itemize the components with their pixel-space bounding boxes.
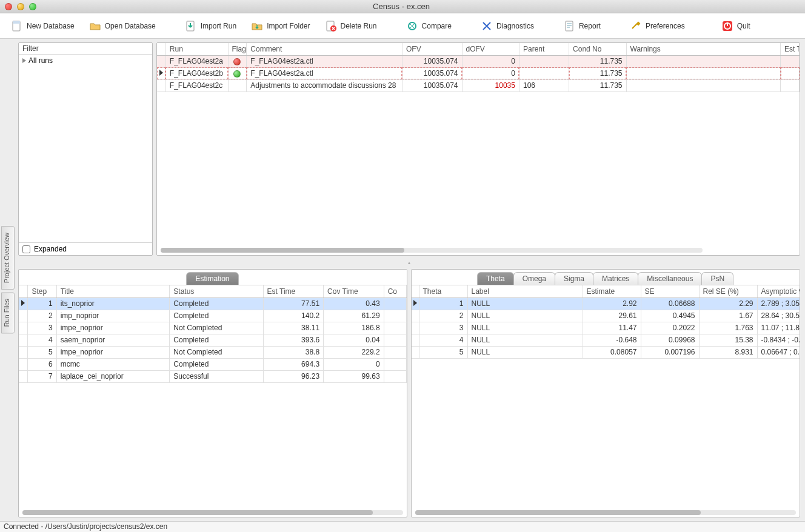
estimation-row[interactable]: 5impe_nopriorNot Completed38.8229.2: [19, 346, 407, 358]
compare-icon: [406, 20, 418, 32]
window-title: Census - ex.cen: [36, 2, 766, 11]
horizontal-splitter[interactable]: ▴: [18, 259, 800, 265]
status-text: Connected - /Users/Justin/projects/censu…: [4, 522, 167, 531]
tab-omega[interactable]: Omega: [513, 272, 555, 285]
theta-row[interactable]: 3NULL11.470.20221.76311.07 ; 11.87: [412, 322, 800, 334]
tab-matrices[interactable]: Matrices: [593, 272, 638, 285]
expanded-label: Expanded: [34, 245, 67, 253]
tab-theta[interactable]: Theta: [477, 272, 514, 285]
flag-green-icon: [233, 70, 241, 78]
quit-icon: [721, 20, 733, 32]
report-button[interactable]: Report: [558, 18, 606, 35]
tab-miscellaneous[interactable]: Miscellaneous: [638, 272, 702, 285]
estimation-row[interactable]: 1its_nopriorCompleted77.510.43: [19, 298, 407, 310]
theta-panel: Theta Omega Sigma Matrices Miscellaneous…: [411, 269, 800, 517]
runs-col-comment[interactable]: Comment: [247, 43, 402, 55]
report-icon: [563, 20, 575, 32]
import-folder-button[interactable]: Import Folder: [246, 18, 315, 35]
expanded-checkbox-row: Expanded: [19, 242, 152, 255]
import-run-button[interactable]: Import Run: [180, 18, 241, 35]
est-col-title[interactable]: Title: [56, 285, 170, 298]
zoom-window-icon[interactable]: [29, 3, 36, 10]
estimation-table[interactable]: Step Title Status Est Time Cov Time Co 1…: [19, 285, 407, 383]
minimize-window-icon[interactable]: [17, 3, 24, 10]
quit-button[interactable]: Quit: [716, 18, 755, 35]
open-database-label: Open Database: [105, 22, 156, 30]
runs-row[interactable]: F_FLAG04est2cAdjustments to accommodate …: [157, 79, 800, 91]
sidetab-project-overview[interactable]: Project Overview: [1, 226, 15, 290]
estimation-row[interactable]: 6mcmcCompleted694.30: [19, 358, 407, 370]
import-folder-icon: [251, 20, 263, 32]
svg-rect-8: [727, 22, 728, 26]
delete-run-label: Delete Run: [341, 22, 377, 30]
preferences-icon: [630, 20, 642, 32]
filter-tree[interactable]: All runs: [19, 55, 152, 242]
estimation-row[interactable]: 7laplace_cei_nopriorSuccessful96.2399.63: [19, 370, 407, 382]
est-col-step[interactable]: Step: [28, 285, 56, 298]
estimation-hscrollbar[interactable]: [22, 510, 403, 515]
runs-col-condno[interactable]: Cond No: [569, 43, 626, 55]
theta-row[interactable]: 4NULL-0.6480.0996815.38-0.8434 ; -0.4527: [412, 334, 800, 346]
runs-col-estt[interactable]: Est T: [781, 43, 800, 55]
runs-col-dofv[interactable]: dOFV: [462, 43, 519, 55]
theta-hscrollbar[interactable]: [415, 510, 796, 515]
delete-run-button[interactable]: Delete Run: [320, 18, 382, 35]
status-bar: Connected - /Users/Justin/projects/censu…: [0, 521, 805, 532]
diagnostics-button[interactable]: Diagnostics: [476, 18, 539, 35]
runs-row[interactable]: F_FLAG04est2bF_FLAG04est2a.ctl10035.0740…: [157, 67, 800, 79]
tab-estimation[interactable]: Estimation: [186, 272, 238, 285]
runs-table[interactable]: Run Flag Comment OFV dOFV Parent Cond No…: [157, 43, 800, 92]
compare-label: Compare: [422, 22, 452, 30]
runs-col-ofv[interactable]: OFV: [402, 43, 462, 55]
import-run-label: Import Run: [201, 22, 236, 30]
tab-sigma[interactable]: Sigma: [555, 272, 593, 285]
runs-col-run[interactable]: Run: [165, 43, 228, 55]
runs-col-flag[interactable]: Flag: [228, 43, 247, 55]
compare-button[interactable]: Compare: [401, 18, 456, 35]
estimation-row[interactable]: 4saem_nopriorCompleted393.60.04: [19, 334, 407, 346]
estimation-tabbar: Estimation: [19, 270, 407, 285]
runs-panel: Run Flag Comment OFV dOFV Parent Cond No…: [156, 42, 800, 256]
theta-col-relse[interactable]: Rel SE (%): [699, 285, 757, 298]
import-folder-label: Import Folder: [267, 22, 310, 30]
theta-table[interactable]: Theta Label Estimate SE Rel SE (%) Asymp…: [412, 285, 800, 359]
theta-col-estimate[interactable]: Estimate: [583, 285, 641, 298]
theta-col-ci[interactable]: Asymptotic 95% CI: [757, 285, 800, 298]
report-label: Report: [579, 22, 601, 30]
diagnostics-label: Diagnostics: [496, 22, 534, 30]
estimation-row[interactable]: 3impe_nopriorNot Completed38.11186.8: [19, 322, 407, 334]
est-col-status[interactable]: Status: [170, 285, 263, 298]
toolbar: New Database Open Database Import Run Im…: [0, 13, 805, 39]
side-tabs: Project Overview Run Files: [0, 39, 15, 521]
theta-row[interactable]: 1NULL2.920.066882.292.789 ; 3.051: [412, 298, 800, 310]
sidetab-run-files[interactable]: Run Files: [1, 292, 15, 333]
theta-row[interactable]: 5NULL0.080570.0071968.9310.06647 ; 0.094…: [412, 346, 800, 358]
estimation-row[interactable]: 2imp_nopriorCompleted140.261.29: [19, 310, 407, 322]
est-col-co[interactable]: Co: [384, 285, 406, 298]
open-database-button[interactable]: Open Database: [84, 18, 161, 35]
runs-col-warnings[interactable]: Warnings: [626, 43, 781, 55]
new-database-icon: [11, 20, 23, 32]
tab-psn[interactable]: PsN: [701, 272, 733, 285]
runs-hscrollbar[interactable]: [161, 248, 703, 253]
filter-all-runs[interactable]: All runs: [21, 56, 150, 65]
new-database-button[interactable]: New Database: [6, 18, 79, 35]
preferences-button[interactable]: Preferences: [625, 18, 690, 35]
close-window-icon[interactable]: [5, 3, 12, 10]
theta-row[interactable]: 2NULL29.610.49451.6728.64 ; 30.58: [412, 310, 800, 322]
import-run-icon: [185, 20, 197, 32]
theta-col-label[interactable]: Label: [467, 285, 583, 298]
theta-col-se[interactable]: SE: [641, 285, 699, 298]
svg-rect-5: [566, 21, 573, 31]
est-col-esttime[interactable]: Est Time: [263, 285, 324, 298]
window-controls: [5, 3, 36, 10]
disclosure-triangle-icon: [22, 58, 26, 63]
filter-header: Filter: [19, 43, 152, 55]
runs-row[interactable]: F_FLAG04est2aF_FLAG04est2a.ctl10035.0740…: [157, 55, 800, 67]
preferences-label: Preferences: [646, 22, 685, 30]
theta-tabbar: Theta Omega Sigma Matrices Miscellaneous…: [412, 270, 800, 285]
est-col-covtime[interactable]: Cov Time: [324, 285, 384, 298]
theta-col-theta[interactable]: Theta: [419, 285, 467, 298]
expanded-checkbox[interactable]: [22, 245, 30, 253]
runs-col-parent[interactable]: Parent: [519, 43, 569, 55]
